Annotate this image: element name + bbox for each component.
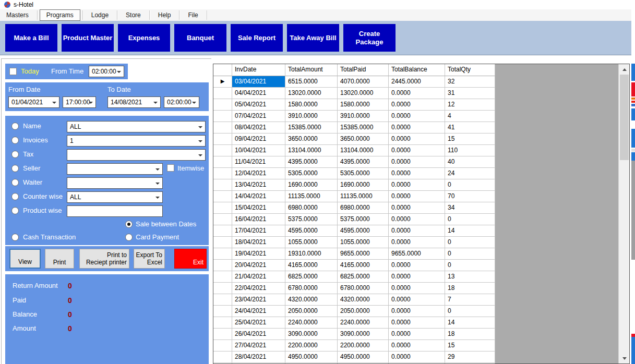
- menu-item-help[interactable]: Help: [152, 9, 177, 21]
- grid-cell[interactable]: 1580.0000: [338, 99, 389, 111]
- grid-cell[interactable]: 0.0000: [389, 156, 445, 168]
- grid-cell[interactable]: 0: [445, 214, 495, 225]
- grid-cell[interactable]: 23/04/2021: [232, 294, 285, 306]
- grid-cell[interactable]: 15385.0000: [285, 122, 338, 134]
- grid-corner-header[interactable]: [213, 64, 232, 76]
- grid-cell[interactable]: 18: [445, 283, 495, 294]
- cash-transaction-radio[interactable]: [11, 234, 19, 241]
- grid-cell[interactable]: 24: [445, 168, 495, 179]
- grid-cell[interactable]: 24/04/2021: [232, 306, 285, 317]
- seller-radio[interactable]: [11, 165, 19, 172]
- grid-cell[interactable]: 0: [445, 179, 495, 191]
- row-header[interactable]: [213, 145, 232, 156]
- grid-cell[interactable]: 0.0000: [389, 145, 445, 156]
- grid-cell[interactable]: 4950.0000: [285, 351, 338, 363]
- row-header[interactable]: [213, 248, 232, 260]
- column-header-totalbalance[interactable]: TotalBalance: [389, 64, 445, 76]
- row-header[interactable]: [213, 340, 232, 351]
- row-header[interactable]: [213, 294, 232, 306]
- today-checkbox[interactable]: [9, 68, 17, 75]
- counter-wise-select[interactable]: ALL: [67, 191, 163, 203]
- grid-cell[interactable]: 0.0000: [389, 122, 445, 134]
- grid-cell[interactable]: 0: [445, 248, 495, 260]
- waiter-select[interactable]: [67, 177, 163, 189]
- grid-cell[interactable]: 4595.0000: [285, 225, 338, 237]
- banquet-button[interactable]: Banquet: [174, 24, 226, 52]
- grid-cell[interactable]: 2240.0000: [338, 317, 389, 329]
- current-row-indicator[interactable]: ▶: [213, 76, 232, 88]
- column-header-totalamount[interactable]: TotalAmount: [285, 64, 338, 76]
- grid-cell[interactable]: 0.0000: [389, 179, 445, 191]
- grid-cell[interactable]: 41: [445, 122, 495, 134]
- grid-cell[interactable]: 5305.0000: [285, 168, 338, 179]
- grid-cell[interactable]: 0.0000: [389, 351, 445, 363]
- row-header[interactable]: [213, 111, 232, 122]
- print-receipt-button[interactable]: Print to Reciept printer: [79, 249, 129, 269]
- waiter-radio[interactable]: [11, 179, 19, 186]
- grid-cell[interactable]: 1690.0000: [338, 179, 389, 191]
- grid-cell[interactable]: 4320.0000: [285, 294, 338, 306]
- grid-cell[interactable]: 2445.0000: [389, 76, 445, 88]
- grid-cell[interactable]: 13104.0000: [285, 145, 338, 156]
- grid-cell[interactable]: 15: [445, 134, 495, 145]
- grid-cell[interactable]: 19310.0000: [285, 248, 338, 260]
- grid-cell[interactable]: 13020.0000: [338, 88, 389, 99]
- grid-cell[interactable]: 03/04/2021: [232, 76, 285, 88]
- grid-cell[interactable]: 2050.0000: [285, 306, 338, 317]
- grid-cell[interactable]: 2200.0000: [285, 340, 338, 351]
- grid-cell[interactable]: 3090.0000: [285, 329, 338, 340]
- grid-cell[interactable]: 09/04/2021: [232, 134, 285, 145]
- row-header[interactable]: [213, 134, 232, 145]
- seller-select[interactable]: [67, 163, 163, 175]
- grid-cell[interactable]: 0.0000: [389, 329, 445, 340]
- grid-cell[interactable]: 0.0000: [389, 202, 445, 214]
- grid-cell[interactable]: 6825.0000: [338, 271, 389, 283]
- column-header-invdate[interactable]: InvDate: [232, 64, 285, 76]
- grid-cell[interactable]: 3090.0000: [338, 329, 389, 340]
- grid-cell[interactable]: 4070.0000: [338, 76, 389, 88]
- grid-cell[interactable]: 1055.0000: [285, 237, 338, 248]
- grid-cell[interactable]: 3910.0000: [338, 111, 389, 122]
- print-button[interactable]: Print: [45, 249, 74, 269]
- grid-cell[interactable]: 0.0000: [389, 191, 445, 202]
- row-header[interactable]: [213, 351, 232, 363]
- grid-cell[interactable]: 10/04/2021: [232, 145, 285, 156]
- sale-report-button[interactable]: Sale Report: [231, 24, 283, 52]
- grid-cell[interactable]: 15/04/2021: [232, 202, 285, 214]
- grid-cell[interactable]: 0.0000: [389, 306, 445, 317]
- grid-cell[interactable]: 6980.0000: [338, 202, 389, 214]
- tax-select[interactable]: [67, 149, 206, 161]
- grid-cell[interactable]: 12/04/2021: [232, 168, 285, 179]
- grid-cell[interactable]: 21/04/2021: [232, 271, 285, 283]
- grid-cell[interactable]: 4595.0000: [338, 225, 389, 237]
- grid-cell[interactable]: 9655.0000: [338, 248, 389, 260]
- row-header[interactable]: [213, 260, 232, 271]
- scroll-down-arrow-icon[interactable]: [619, 353, 630, 363]
- grid-cell[interactable]: 0.0000: [389, 111, 445, 122]
- grid-vertical-scrollbar[interactable]: [618, 64, 629, 363]
- row-header[interactable]: [213, 88, 232, 99]
- export-excel-button[interactable]: Export To Excel: [134, 249, 165, 269]
- grid-cell[interactable]: 2050.0000: [338, 306, 389, 317]
- grid-cell[interactable]: 40: [445, 156, 495, 168]
- grid-cell[interactable]: 29: [445, 351, 495, 363]
- card-payment-radio[interactable]: [125, 234, 133, 241]
- invoices-radio[interactable]: [11, 137, 19, 144]
- menu-item-masters[interactable]: Masters: [0, 9, 35, 21]
- grid-cell[interactable]: 11/04/2021: [232, 156, 285, 168]
- name-radio[interactable]: [11, 123, 19, 130]
- product-wise-input[interactable]: [67, 205, 163, 217]
- grid-cell[interactable]: 31: [445, 88, 495, 99]
- grid-cell[interactable]: 15: [445, 340, 495, 351]
- take-away-bill-button[interactable]: Take Away Bill: [287, 24, 339, 52]
- grid-cell[interactable]: 5375.0000: [285, 214, 338, 225]
- grid-cell[interactable]: 13020.0000: [285, 88, 338, 99]
- grid-cell[interactable]: 0: [445, 237, 495, 248]
- grid-cell[interactable]: 27/04/2021: [232, 340, 285, 351]
- grid-cell[interactable]: 3650.0000: [338, 134, 389, 145]
- grid-cell[interactable]: 0.0000: [389, 225, 445, 237]
- grid-cell[interactable]: 6780.0000: [338, 283, 389, 294]
- column-header-totalqty[interactable]: TotalQty: [445, 64, 495, 76]
- row-header[interactable]: [213, 168, 232, 179]
- grid-cell[interactable]: 1690.0000: [285, 179, 338, 191]
